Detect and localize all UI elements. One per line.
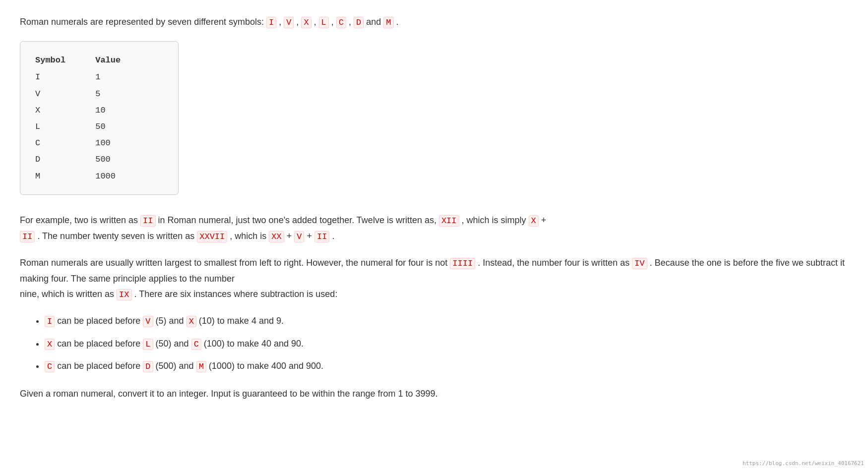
symbols-table: Symbol Value I 1 V 5 X 10 L 50 C — [35, 52, 150, 184]
table-cell-symbol: L — [35, 118, 95, 135]
bullet1-code1: I — [45, 316, 55, 327]
paragraph-subtraction: Roman numerals are usually written large… — [20, 255, 848, 302]
bullet3-text1: can be placed before — [57, 361, 143, 371]
table-cell-symbol: X — [35, 102, 95, 118]
paragraph-examples: For example, two is written as II in Rom… — [20, 213, 848, 244]
bullet1-text2: (5) and — [156, 316, 186, 326]
bullet2-text3: (100) to make 40 and 90. — [204, 339, 304, 349]
para1-period: . — [332, 231, 334, 241]
para2-text2: . Instead, the number four is written as — [478, 258, 632, 268]
code-V: V — [294, 231, 304, 242]
table-row: C 100 — [35, 135, 150, 151]
table-row: M 1000 — [35, 168, 150, 184]
para1-text3: , which is simply — [462, 215, 529, 225]
table-cell-value: 1000 — [95, 168, 150, 184]
list-item: X can be placed before L (50) and C (100… — [45, 336, 848, 352]
code-X-1: X — [529, 215, 539, 227]
para1-text2: in Roman numeral, just two one's added t… — [158, 215, 439, 225]
para1-plus3: + — [307, 231, 314, 241]
symbol-L: L — [319, 17, 329, 28]
code-XII: XII — [439, 215, 459, 227]
bullet3-code1: C — [45, 361, 55, 372]
para1-text5: , which is — [230, 231, 269, 241]
para2-text1: Roman numerals are usually written large… — [20, 258, 450, 268]
symbol-D: D — [354, 17, 364, 28]
table-cell-symbol: D — [35, 151, 95, 168]
table-row: L 50 — [35, 118, 150, 135]
table-row: I 1 — [35, 69, 150, 85]
symbol-M: M — [383, 17, 393, 28]
table-cell-symbol: I — [35, 69, 95, 85]
symbols-table-container: Symbol Value I 1 V 5 X 10 L 50 C — [20, 41, 179, 195]
para2-text4: nine, which is written as — [20, 289, 117, 299]
table-cell-value: 500 — [95, 151, 150, 168]
symbol-V: V — [284, 17, 294, 28]
table-row: D 500 — [35, 151, 150, 168]
bullet3-text3: (1000) to make 400 and 900. — [209, 361, 323, 371]
bullet1-code3: X — [186, 316, 196, 327]
symbol-I: I — [266, 17, 276, 28]
bullet3-code3: M — [196, 361, 206, 372]
table-cell-value: 1 — [95, 69, 150, 85]
table-cell-value: 5 — [95, 86, 150, 102]
table-header-symbol: Symbol — [35, 52, 95, 69]
table-cell-symbol: M — [35, 168, 95, 184]
intro-and: and — [366, 17, 383, 27]
bullet2-code1: X — [45, 339, 55, 350]
bullet2-code3: C — [191, 339, 201, 350]
symbol-X: X — [301, 17, 311, 28]
intro-text-before: Roman numerals are represented by seven … — [20, 17, 264, 27]
bullet2-text2: (50) and — [156, 339, 191, 349]
bullet1-text3: (10) to make 4 and 9. — [199, 316, 284, 326]
subtraction-list: I can be placed before V (5) and X (10) … — [45, 313, 848, 375]
code-IX: IX — [117, 289, 131, 300]
code-IIII: IIII — [450, 258, 475, 269]
list-item: I can be placed before V (5) and X (10) … — [45, 313, 848, 329]
conclusion-paragraph: Given a roman numeral, convert it to an … — [20, 386, 848, 402]
table-cell-symbol: C — [35, 135, 95, 151]
table-row: V 5 — [35, 86, 150, 102]
code-II-2: II — [20, 231, 35, 242]
intro-period: . — [396, 17, 399, 27]
table-row: X 10 — [35, 102, 150, 118]
table-cell-value: 100 — [95, 135, 150, 151]
table-cell-value: 50 — [95, 118, 150, 135]
bullet2-code2: L — [143, 339, 153, 350]
code-IV: IV — [632, 258, 647, 269]
list-item: C can be placed before D (500) and M (10… — [45, 358, 848, 374]
code-II-1: II — [140, 215, 155, 227]
table-cell-value: 10 — [95, 102, 150, 118]
bullet3-code2: D — [143, 361, 153, 372]
intro-paragraph: Roman numerals are represented by seven … — [20, 15, 848, 29]
table-cell-symbol: V — [35, 86, 95, 102]
para1-plus2: + — [287, 231, 295, 241]
bullet3-text2: (500) and — [156, 361, 196, 371]
conclusion-text: Given a roman numeral, convert it to an … — [20, 389, 438, 399]
para1-text1: For example, two is written as — [20, 215, 140, 225]
bullet2-text1: can be placed before — [57, 339, 143, 349]
code-II-3: II — [314, 231, 329, 242]
symbol-C: C — [336, 17, 346, 28]
table-header-value: Value — [95, 52, 150, 69]
code-XX: XX — [269, 231, 284, 242]
bullet1-code2: V — [143, 316, 153, 327]
para2-text5: . There are six instances where subtract… — [134, 289, 338, 299]
para1-plus1: + — [541, 215, 547, 225]
bullet1-text1: can be placed before — [57, 316, 143, 326]
para1-text4: . The number twenty seven is written as — [37, 231, 197, 241]
code-XXVII: XXVII — [197, 231, 227, 242]
